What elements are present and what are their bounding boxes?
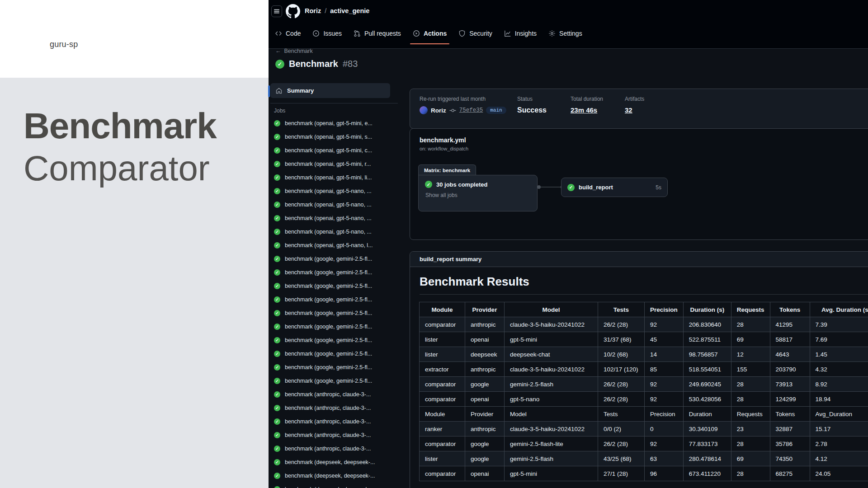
duration-label: Total duration: [571, 96, 625, 102]
table-cell: 32887: [770, 422, 810, 436]
job-item[interactable]: ✓benchmark (openai, gpt-5-nano, ...: [270, 198, 401, 211]
check-circle-icon: ✓: [274, 229, 280, 235]
workflow-trigger: on: workflow_dispatch: [420, 146, 468, 151]
brand-name: guru-sp: [50, 40, 78, 49]
check-circle-icon: ✓: [274, 405, 280, 411]
github-header: Roriz / active_genie CodeIssuesPull requ…: [269, 0, 868, 49]
table-cell: 14: [645, 347, 684, 362]
job-item[interactable]: ✓benchmark (deepseek, deepseek-...: [270, 469, 401, 483]
hamburger-menu-button[interactable]: [271, 5, 282, 17]
job-item[interactable]: ✓benchmark (openai, gpt-5-mini, c...: [270, 144, 401, 157]
job-item[interactable]: ✓benchmark (anthropic, claude-3-...: [270, 401, 401, 415]
job-item[interactable]: ✓benchmark (google, gemini-2.5-fl...: [270, 279, 401, 293]
table-cell: comparator: [420, 377, 465, 392]
breadcrumb-owner[interactable]: Roriz: [305, 7, 321, 14]
matrix-status-row[interactable]: ✓ 30 jobs completed: [425, 181, 531, 188]
back-arrow-icon: ←: [275, 48, 281, 54]
artifacts-count-link[interactable]: 32: [625, 106, 644, 114]
report-title: Benchmark Results: [420, 275, 868, 295]
table-cell: claude-3-5-haiku-20241022: [505, 362, 598, 377]
table-cell: comparator: [420, 392, 465, 407]
duration-value-link[interactable]: 23m 46s: [571, 106, 625, 114]
table-cell: 26/2 (28): [598, 392, 645, 407]
check-circle-icon: ✓: [274, 202, 280, 208]
edge-dot-left: [537, 185, 541, 189]
job-item[interactable]: ✓benchmark (anthropic, claude-3-...: [270, 428, 401, 442]
sidebar-item-summary[interactable]: Summary: [270, 83, 390, 98]
build-report-node[interactable]: ✓ build_report 5s: [561, 178, 668, 197]
table-row: listergooglegemini-2.5-flash43/25 (68)63…: [420, 451, 868, 466]
tab-settings[interactable]: Settings: [544, 24, 587, 42]
table-cell: openai: [465, 392, 505, 407]
job-item[interactable]: ✓benchmark (anthropic, claude-3-...: [270, 388, 401, 401]
job-item[interactable]: ✓benchmark (deepseek, deepseek...: [270, 483, 401, 488]
job-item[interactable]: ✓benchmark (google, gemini-2.5-fl...: [270, 361, 401, 374]
branch-badge[interactable]: main: [486, 107, 506, 114]
job-item[interactable]: ✓benchmark (openai, gpt-5-mini, s...: [270, 130, 401, 144]
job-item[interactable]: ✓benchmark (google, gemini-2.5-fl...: [270, 293, 401, 306]
job-item[interactable]: ✓benchmark (google, gemini-2.5-fl...: [270, 266, 401, 279]
table-cell: 0/0 (2): [598, 422, 645, 436]
tab-security[interactable]: Security: [454, 24, 497, 42]
workflow-file-name[interactable]: benchmark.yml: [420, 136, 466, 144]
table-header-cell: Duration (s): [683, 302, 731, 317]
table-row: comparatoranthropicclaude-3-5-haiku-2024…: [420, 317, 868, 332]
status-value: Success: [517, 106, 571, 114]
table-cell: 2.78: [810, 436, 868, 451]
github-logo-icon[interactable]: [286, 4, 300, 19]
job-item[interactable]: ✓benchmark (google, gemini-2.5-fl...: [270, 306, 401, 320]
jobs-list: ✓benchmark (openai, gpt-5-mini, e...✓ben…: [270, 117, 401, 488]
job-item[interactable]: ✓benchmark (anthropic, claude-3-...: [270, 415, 401, 428]
table-cell: ranker: [420, 422, 465, 436]
table-cell: deepseek-chat: [505, 347, 598, 362]
table-cell: gpt-5-nano: [505, 392, 598, 407]
matrix-group-tab: Matrix: benchmark: [418, 164, 476, 175]
job-item[interactable]: ✓benchmark (openai, gpt-5-nano, ...: [270, 225, 401, 239]
table-cell: lister: [420, 332, 465, 347]
job-item[interactable]: ✓benchmark (deepseek, deepseek-...: [270, 455, 401, 469]
actor-avatar[interactable]: [420, 106, 428, 114]
actor-name[interactable]: Roriz: [431, 107, 446, 114]
job-item[interactable]: ✓benchmark (google, gemini-2.5-fl...: [270, 252, 401, 266]
job-item[interactable]: ✓benchmark (openai, gpt-5-mini, e...: [270, 117, 401, 130]
back-link[interactable]: ← Benchmark: [275, 48, 313, 54]
table-cell: deepseek: [465, 347, 505, 362]
job-item[interactable]: ✓benchmark (openai, gpt-5-nano, ...: [270, 184, 401, 198]
table-cell: 124299: [770, 392, 810, 407]
check-circle-icon: ✓: [274, 161, 280, 167]
table-row: ModuleProviderModelTestsPrecisionDuratio…: [420, 407, 868, 422]
check-circle-icon: ✓: [274, 256, 280, 262]
job-label: benchmark (openai, gpt-5-mini, r...: [285, 161, 371, 167]
actions-icon: [413, 30, 420, 37]
artifacts-label: Artifacts: [625, 96, 644, 102]
table-cell: 28: [731, 377, 770, 392]
table-cell: 24.05: [810, 466, 868, 481]
tab-code[interactable]: Code: [270, 24, 305, 42]
job-item[interactable]: ✓benchmark (openai, gpt-5-nano, ...: [270, 211, 401, 225]
tab-actions[interactable]: Actions: [408, 24, 451, 42]
tab-insights[interactable]: Insights: [500, 24, 541, 42]
table-cell: 63: [645, 451, 684, 466]
job-item[interactable]: ✓benchmark (google, gemini-2.5-fl...: [270, 320, 401, 333]
check-circle-icon: ✓: [274, 296, 280, 303]
table-header-cell: Module: [420, 302, 465, 317]
job-item[interactable]: ✓benchmark (openai, gpt-5-mini, r...: [270, 157, 401, 171]
job-item[interactable]: ✓benchmark (openai, gpt-5-nano, l...: [270, 239, 401, 252]
show-all-jobs-link[interactable]: Show all jobs: [425, 192, 531, 198]
table-cell: 522.875511: [683, 332, 731, 347]
table-cell: Requests: [731, 407, 770, 422]
tab-pull-requests[interactable]: Pull requests: [349, 24, 406, 42]
commit-sha-link[interactable]: 75efe35: [459, 107, 483, 113]
tab-issues[interactable]: Issues: [308, 24, 346, 42]
table-cell: Model: [505, 407, 598, 422]
job-item[interactable]: ✓benchmark (google, gemini-2.5-fl...: [270, 374, 401, 388]
job-item[interactable]: ✓benchmark (openai, gpt-5-mini, li...: [270, 171, 401, 184]
job-item[interactable]: ✓benchmark (anthropic, claude-3-...: [270, 442, 401, 455]
job-item[interactable]: ✓benchmark (google, gemini-2.5-fl...: [270, 347, 401, 361]
job-item[interactable]: ✓benchmark (google, gemini-2.5-fl...: [270, 333, 401, 347]
github-page: Roriz / active_genie CodeIssuesPull requ…: [269, 0, 868, 488]
breadcrumb-repo[interactable]: active_genie: [330, 7, 369, 14]
job-label: benchmark (anthropic, claude-3-...: [285, 418, 371, 425]
table-cell: google: [465, 436, 505, 451]
job-label: benchmark (openai, gpt-5-mini, e...: [285, 120, 373, 127]
